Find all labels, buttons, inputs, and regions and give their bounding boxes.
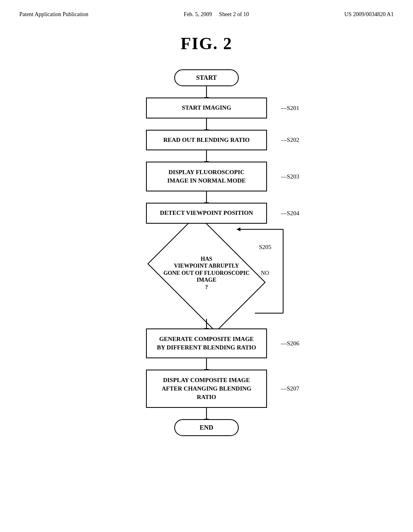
svg-marker-3 <box>237 227 240 231</box>
arrow-3 <box>206 150 207 162</box>
end-shape: END <box>174 419 239 436</box>
s201-shape: START IMAGING <box>146 98 267 118</box>
step-s201: START IMAGING —S201 <box>146 98 267 118</box>
s203-shape: DISPLAY FLUOROSCOPICIMAGE IN NORMAL MODE <box>146 162 267 191</box>
s202-label: —S202 <box>281 137 299 143</box>
step-s203: DISPLAY FLUOROSCOPICIMAGE IN NORMAL MODE… <box>146 162 267 191</box>
arrow-8 <box>206 408 207 419</box>
arrow-7 <box>206 358 207 370</box>
arrow-6 <box>206 319 207 328</box>
header-right: US 2009/0034820 A1 <box>344 11 394 18</box>
arrow-1 <box>206 86 207 98</box>
arrow-4 <box>206 191 207 203</box>
s202-shape: READ OUT BLENDING RATIO <box>146 130 267 151</box>
step-s205: HASVIEWPOINT ABRUPTLYGONE OUT OF FLUOROS… <box>150 235 263 312</box>
s204-label: —S204 <box>281 210 299 216</box>
step-s206: GENERATE COMPOSITE IMAGEBY DIFFERENT BLE… <box>146 328 267 358</box>
s207-label: —S207 <box>281 385 299 392</box>
s206-label: —S206 <box>281 340 299 347</box>
step-s207: DISPLAY COMPOSITE IMAGEAFTER CHANGING BL… <box>146 370 267 408</box>
s203-label: —S203 <box>281 173 299 180</box>
s207-shape: DISPLAY COMPOSITE IMAGEAFTER CHANGING BL… <box>146 370 267 408</box>
s201-label: —S201 <box>281 104 299 111</box>
start-node: START <box>174 69 239 86</box>
step-s204: DETECT VIEWPOINT POSITION —S204 <box>146 203 267 224</box>
header-center: Feb. 5, 2009 Sheet 2 of 10 <box>184 11 249 18</box>
end-node: END <box>174 419 239 436</box>
header-left: Patent Application Publication <box>19 11 88 18</box>
s204-shape: DETECT VIEWPOINT POSITION <box>146 203 267 224</box>
s205-text: HASVIEWPOINT ABRUPTLYGONE OUT OF FLUOROS… <box>151 256 262 291</box>
figure-title: FIG. 2 <box>0 34 413 53</box>
arrow-2 <box>206 118 207 130</box>
flowchart: START START IMAGING —S201 READ OUT BLEND… <box>0 69 413 436</box>
s206-shape: GENERATE COMPOSITE IMAGEBY DIFFERENT BLE… <box>146 328 267 358</box>
page-header: Patent Application Publication Feb. 5, 2… <box>0 0 413 18</box>
step-s202: READ OUT BLENDING RATIO —S202 <box>146 130 267 151</box>
no-label: NO <box>261 270 269 276</box>
s205-label: S205 <box>259 244 271 251</box>
start-shape: START <box>174 69 239 86</box>
s205-diamond-wrapper: HASVIEWPOINT ABRUPTLYGONE OUT OF FLUOROS… <box>150 235 263 312</box>
